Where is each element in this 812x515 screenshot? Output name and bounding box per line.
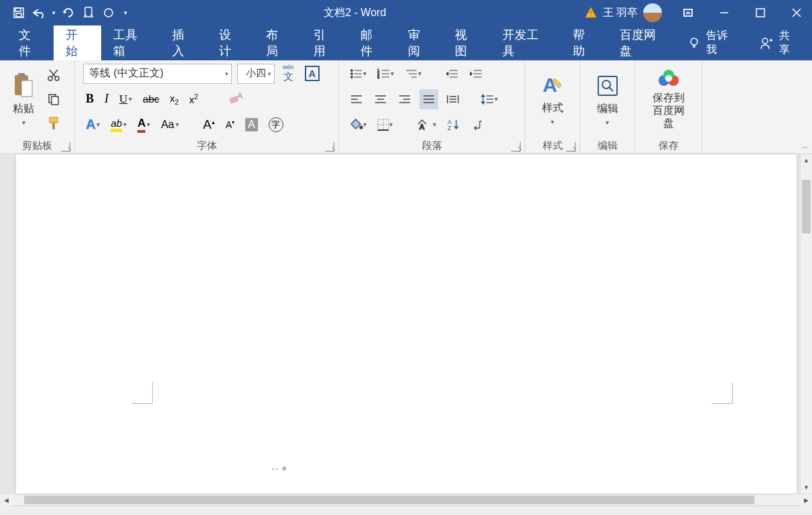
numbering-button[interactable]: 123▾ bbox=[375, 64, 397, 84]
clipboard-launcher[interactable] bbox=[61, 142, 70, 152]
change-case-button[interactable]: Aa▾ bbox=[158, 115, 182, 135]
phonetic-guide-button[interactable]: wén文 bbox=[280, 64, 297, 84]
text-effects-button[interactable]: A▾ bbox=[83, 115, 103, 135]
tab-mailings[interactable]: 邮件 bbox=[348, 25, 395, 60]
underline-button[interactable]: U▾ bbox=[117, 89, 135, 109]
tell-me[interactable]: 告诉我 bbox=[678, 25, 746, 60]
group-font-label: 字体 bbox=[197, 139, 217, 152]
increase-indent-button[interactable] bbox=[467, 64, 486, 84]
font-size-combo[interactable]: 小四▾ bbox=[237, 64, 275, 84]
styles-launcher[interactable] bbox=[566, 142, 576, 152]
undo-icon[interactable] bbox=[29, 3, 48, 22]
copy-button[interactable] bbox=[44, 89, 63, 109]
hscroll-thumb[interactable] bbox=[24, 496, 754, 504]
align-center-button[interactable] bbox=[371, 89, 390, 109]
minimize-icon[interactable] bbox=[709, 0, 740, 25]
group-styles-label: 样式 bbox=[543, 139, 563, 152]
character-border-button[interactable]: A bbox=[302, 64, 323, 84]
vscroll-thumb[interactable] bbox=[802, 180, 811, 233]
baidu-cloud-icon bbox=[657, 68, 681, 89]
font-name-combo[interactable]: 等线 (中文正文)▾ bbox=[83, 64, 232, 84]
bullets-button[interactable]: ▾ bbox=[347, 64, 369, 84]
decrease-indent-button[interactable] bbox=[443, 64, 462, 84]
superscript-button[interactable]: x2 bbox=[187, 89, 201, 109]
undo-dropdown-icon[interactable]: ▾ bbox=[50, 3, 58, 22]
paragraph-launcher[interactable] bbox=[511, 142, 521, 152]
shrink-font-button[interactable]: A▾ bbox=[223, 115, 237, 135]
touch-mode-icon[interactable] bbox=[79, 3, 98, 22]
subscript-button[interactable]: x2 bbox=[167, 89, 181, 109]
scroll-right-icon[interactable]: ▶ bbox=[800, 494, 812, 506]
highlight-button[interactable]: ab▾ bbox=[108, 115, 129, 135]
close-icon[interactable] bbox=[781, 0, 812, 25]
format-painter-button[interactable] bbox=[44, 113, 63, 133]
share-button[interactable]: 共享 bbox=[746, 25, 812, 60]
svg-point-28 bbox=[351, 69, 353, 71]
scroll-left-icon[interactable]: ◀ bbox=[0, 494, 12, 506]
scroll-up-icon[interactable]: ▲ bbox=[801, 154, 812, 166]
tab-home[interactable]: 开始 bbox=[54, 25, 100, 60]
document-page[interactable]: -- ≡ bbox=[16, 154, 797, 494]
asian-layout-button[interactable]: A▾ bbox=[414, 115, 439, 135]
svg-rect-25 bbox=[52, 123, 55, 129]
sort-button[interactable]: AZ bbox=[444, 115, 463, 135]
align-justify-button[interactable] bbox=[419, 89, 438, 109]
svg-text:3: 3 bbox=[377, 75, 380, 79]
svg-rect-16 bbox=[18, 73, 25, 77]
warning-icon: ! bbox=[584, 6, 598, 19]
svg-rect-23 bbox=[52, 97, 58, 105]
bold-button[interactable]: B bbox=[83, 89, 96, 109]
tab-baidu[interactable]: 百度网盘 bbox=[608, 25, 678, 60]
redo-icon[interactable] bbox=[59, 3, 78, 22]
font-color-button[interactable]: A▾ bbox=[135, 115, 153, 135]
save-icon[interactable] bbox=[9, 3, 28, 22]
group-editing-label: 编辑 bbox=[598, 139, 618, 152]
borders-button[interactable]: ▾ bbox=[375, 115, 395, 135]
clear-formatting-button[interactable]: A bbox=[225, 89, 245, 109]
line-spacing-button[interactable]: ▾ bbox=[478, 89, 500, 109]
character-shading-button[interactable]: A bbox=[243, 115, 261, 135]
svg-point-12 bbox=[762, 38, 768, 44]
qat-customize-icon[interactable]: ▾ bbox=[119, 3, 131, 22]
align-distributed-button[interactable] bbox=[444, 89, 462, 109]
paste-button[interactable]: 粘贴 ▾ bbox=[5, 70, 42, 129]
scroll-down-icon[interactable]: ▼ bbox=[801, 481, 812, 494]
tab-design[interactable]: 设计 bbox=[207, 25, 254, 60]
grow-font-button[interactable]: A▴ bbox=[200, 115, 218, 135]
save-baidu-button[interactable]: 保存到 百度网盘 bbox=[640, 66, 696, 133]
chevron-down-icon: ▾ bbox=[22, 119, 25, 126]
svg-text:A: A bbox=[419, 123, 425, 131]
svg-text:!: ! bbox=[590, 9, 592, 17]
align-right-button[interactable] bbox=[395, 89, 414, 109]
italic-button[interactable]: I bbox=[102, 89, 111, 109]
show-marks-button[interactable] bbox=[468, 115, 487, 135]
cut-button[interactable] bbox=[44, 65, 63, 85]
editing-button[interactable]: 编辑 ▾ bbox=[588, 70, 628, 129]
multilevel-list-button[interactable]: ▾ bbox=[402, 64, 424, 84]
enclose-characters-button[interactable]: 字 bbox=[266, 115, 286, 135]
strikethrough-button[interactable]: abc bbox=[140, 89, 161, 109]
ribbon-display-icon[interactable] bbox=[673, 0, 703, 25]
tab-insert[interactable]: 插入 bbox=[160, 25, 207, 60]
svg-point-32 bbox=[351, 76, 353, 78]
align-left-button[interactable] bbox=[347, 89, 366, 109]
vertical-scrollbar[interactable]: ▲ ▼ bbox=[800, 154, 812, 494]
tab-review[interactable]: 审阅 bbox=[396, 25, 443, 60]
tab-view[interactable]: 视图 bbox=[443, 25, 490, 60]
sync-status-icon[interactable] bbox=[99, 3, 118, 22]
avatar[interactable] bbox=[643, 3, 662, 22]
tab-references[interactable]: 引用 bbox=[301, 25, 348, 60]
shading-button[interactable]: ▾ bbox=[347, 115, 369, 135]
collapse-ribbon-icon[interactable]: ︿ bbox=[801, 141, 809, 152]
svg-rect-17 bbox=[21, 80, 32, 97]
tab-file[interactable]: 文件 bbox=[7, 25, 54, 60]
styles-button[interactable]: A 样式 ▾ bbox=[533, 70, 572, 128]
horizontal-scrollbar[interactable]: ◀ ▶ bbox=[0, 494, 812, 506]
font-launcher[interactable] bbox=[325, 142, 334, 152]
maximize-icon[interactable] bbox=[745, 0, 776, 25]
svg-point-70 bbox=[360, 126, 362, 129]
tab-help[interactable]: 帮助 bbox=[561, 25, 608, 60]
tab-toolbox[interactable]: 工具箱 bbox=[101, 25, 160, 60]
tab-layout[interactable]: 布局 bbox=[254, 25, 301, 60]
tab-developer[interactable]: 开发工具 bbox=[490, 25, 561, 60]
